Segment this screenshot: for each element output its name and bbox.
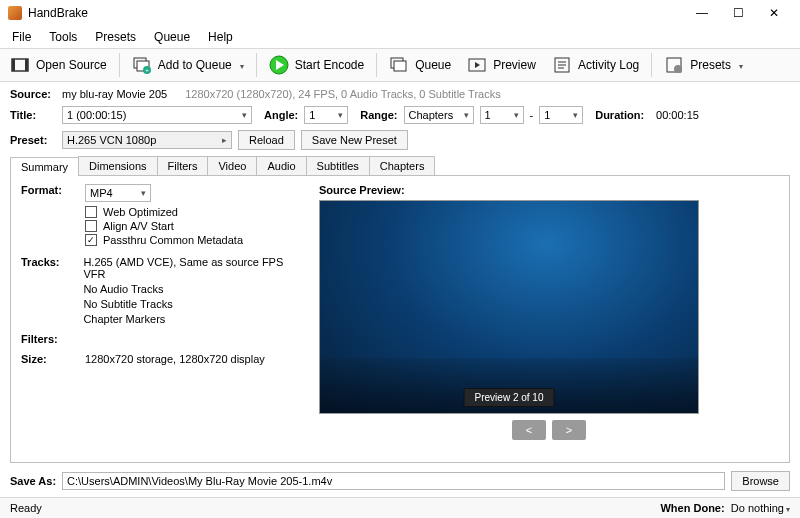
maximize-button[interactable]: ☐ [720, 2, 756, 24]
browse-button[interactable]: Browse [731, 471, 790, 491]
chevron-down-icon[interactable] [737, 58, 743, 72]
preset-value: H.265 VCN 1080p [67, 134, 156, 146]
activity-log-label: Activity Log [578, 58, 639, 72]
menubar: File Tools Presets Queue Help [0, 26, 800, 49]
track-line: No Subtitle Tracks [83, 298, 301, 310]
when-done-value: Do nothing [731, 502, 784, 514]
svg-rect-1 [12, 59, 15, 71]
summary-right: Source Preview: Preview 2 of 10 < > [319, 184, 779, 454]
tab-filters[interactable]: Filters [157, 156, 209, 175]
angle-select[interactable]: 1▾ [304, 106, 348, 124]
menu-file[interactable]: File [4, 28, 39, 46]
start-encode-button[interactable]: Start Encode [265, 53, 368, 77]
save-as-row: Save As: C:\Users\ADMIN\Videos\My Blu-Ra… [0, 467, 800, 497]
save-as-label: Save As: [10, 475, 56, 487]
source-name: my blu-ray Movie 205 [62, 88, 167, 100]
preview-button[interactable]: Preview [463, 53, 540, 77]
size-value: 1280x720 storage, 1280x720 display [85, 353, 265, 365]
save-as-path: C:\Users\ADMIN\Videos\My Blu-Ray Movie 2… [67, 475, 332, 487]
preview-icon [467, 55, 487, 75]
queue-button[interactable]: Queue [385, 53, 455, 77]
film-icon [10, 55, 30, 75]
queue-icon [389, 55, 409, 75]
start-encode-label: Start Encode [295, 58, 364, 72]
format-value: MP4 [90, 187, 113, 199]
status-text: Ready [10, 502, 42, 514]
add-to-queue-button[interactable]: + Add to Queue [128, 53, 248, 77]
angle-value: 1 [309, 109, 315, 121]
source-preview-label: Source Preview: [319, 184, 779, 196]
web-optimized-row[interactable]: Web Optimized [85, 206, 243, 218]
tab-strip: Summary Dimensions Filters Video Audio S… [10, 156, 790, 176]
preset-row: Preset: H.265 VCN 1080p▸ Reload Save New… [10, 130, 790, 150]
tab-subtitles[interactable]: Subtitles [306, 156, 370, 175]
menu-tools[interactable]: Tools [41, 28, 85, 46]
source-info: 1280x720 (1280x720), 24 FPS, 0 Audio Tra… [185, 88, 501, 100]
tab-audio[interactable]: Audio [256, 156, 306, 175]
range-mode-select[interactable]: Chapters▾ [404, 106, 474, 124]
play-icon [269, 55, 289, 75]
preview-image[interactable]: Preview 2 of 10 [319, 200, 699, 414]
range-to-value: 1 [544, 109, 550, 121]
preset-select[interactable]: H.265 VCN 1080p▸ [62, 131, 232, 149]
range-from-select[interactable]: 1▾ [480, 106, 524, 124]
align-av-checkbox[interactable] [85, 220, 97, 232]
source-label: Source: [10, 88, 56, 100]
source-row: Source: my blu-ray Movie 205 1280x720 (1… [10, 88, 790, 100]
preview-prev-button[interactable]: < [512, 420, 546, 440]
duration-label: Duration: [595, 109, 644, 121]
tab-chapters[interactable]: Chapters [369, 156, 436, 175]
format-label: Format: [21, 184, 71, 196]
track-line: Chapter Markers [83, 313, 301, 325]
presets-icon [664, 55, 684, 75]
chevron-down-icon[interactable] [238, 58, 244, 72]
queue-add-icon: + [132, 55, 152, 75]
web-optimized-checkbox[interactable] [85, 206, 97, 218]
tab-summary[interactable]: Summary [10, 157, 79, 176]
add-to-queue-label: Add to Queue [158, 58, 232, 72]
menu-help[interactable]: Help [200, 28, 241, 46]
reload-button[interactable]: Reload [238, 130, 295, 150]
preview-label: Preview [493, 58, 536, 72]
passthru-row[interactable]: Passthru Common Metadata [85, 234, 243, 246]
presets-button[interactable]: Presets [660, 53, 747, 77]
when-done-label: When Done: [660, 502, 724, 514]
passthru-label: Passthru Common Metadata [103, 234, 243, 246]
when-done-select[interactable]: Do nothing [731, 502, 790, 514]
save-preset-button[interactable]: Save New Preset [301, 130, 408, 150]
format-select[interactable]: MP4▾ [85, 184, 151, 202]
track-line: H.265 (AMD VCE), Same as source FPS VFR [83, 256, 301, 280]
minimize-button[interactable]: — [684, 2, 720, 24]
range-mode-value: Chapters [409, 109, 454, 121]
activity-log-button[interactable]: Activity Log [548, 53, 643, 77]
open-source-label: Open Source [36, 58, 107, 72]
tab-dimensions[interactable]: Dimensions [78, 156, 157, 175]
svg-rect-10 [394, 61, 406, 71]
preview-badge: Preview 2 of 10 [464, 388, 555, 407]
range-to-select[interactable]: 1▾ [539, 106, 583, 124]
title-label: Title: [10, 109, 56, 121]
presets-label: Presets [690, 58, 731, 72]
open-source-button[interactable]: Open Source [6, 53, 111, 77]
separator [119, 53, 120, 77]
passthru-checkbox[interactable] [85, 234, 97, 246]
window-title: HandBrake [28, 6, 684, 20]
menu-queue[interactable]: Queue [146, 28, 198, 46]
track-line: No Audio Tracks [83, 283, 301, 295]
menu-presets[interactable]: Presets [87, 28, 144, 46]
svg-text:+: + [145, 67, 149, 73]
title-row: Title: 1 (00:00:15)▾ Angle: 1▾ Range: Ch… [10, 106, 790, 124]
chevron-down-icon [784, 502, 790, 514]
title-select[interactable]: 1 (00:00:15)▾ [62, 106, 252, 124]
close-button[interactable]: ✕ [756, 2, 792, 24]
range-label: Range: [360, 109, 397, 121]
preview-next-button[interactable]: > [552, 420, 586, 440]
separator [376, 53, 377, 77]
web-optimized-label: Web Optimized [103, 206, 178, 218]
align-av-row[interactable]: Align A/V Start [85, 220, 243, 232]
tab-video[interactable]: Video [207, 156, 257, 175]
app-icon [8, 6, 22, 20]
separator [256, 53, 257, 77]
save-as-input[interactable]: C:\Users\ADMIN\Videos\My Blu-Ray Movie 2… [62, 472, 725, 490]
tab-panel-summary: Format: MP4▾ Web Optimized Align A/V Sta… [10, 176, 790, 463]
